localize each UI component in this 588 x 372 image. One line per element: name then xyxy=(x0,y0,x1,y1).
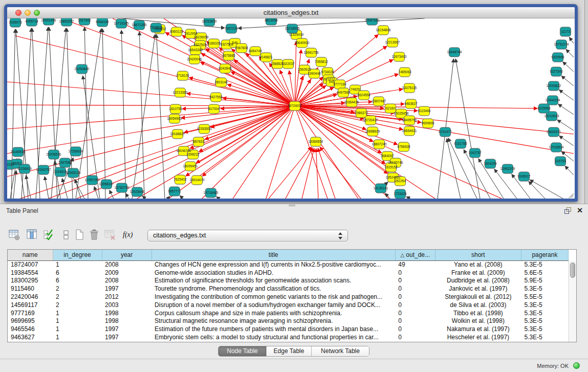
graph-edge[interactable] xyxy=(558,104,574,115)
close-icon[interactable]: ✕ xyxy=(577,206,583,214)
table-cell[interactable]: 0 xyxy=(395,293,435,301)
table-row[interactable]: 2242004622012Investigating the contribut… xyxy=(8,293,569,301)
table-cell[interactable]: Structural magnetic resonance image aver… xyxy=(151,317,395,325)
table-cell[interactable]: 1 xyxy=(53,333,102,341)
graph-edge[interactable] xyxy=(563,62,574,72)
table-cell[interactable]: 49 xyxy=(395,260,435,269)
column-header-out-de-[interactable]: △out_de... xyxy=(395,250,435,260)
float-window-icon[interactable] xyxy=(564,207,572,214)
table-cell[interactable]: 1997 xyxy=(102,285,151,293)
graph-edge[interactable] xyxy=(565,166,574,175)
graph-edge[interactable] xyxy=(20,106,295,199)
table-cell[interactable]: 2009 xyxy=(102,269,151,277)
table-cell[interactable]: Estimation of the future numbers of pati… xyxy=(151,325,395,333)
table-cell[interactable]: 5.3E-5 xyxy=(521,285,568,293)
table-cell[interactable]: 9777169 xyxy=(8,309,53,317)
window-zoom-button[interactable] xyxy=(34,10,40,16)
graph-edge[interactable] xyxy=(202,106,295,176)
table-cell[interactable]: 5.9E-5 xyxy=(521,277,568,285)
table-cell[interactable]: Franke et al. (2009) xyxy=(435,269,521,277)
table-cell[interactable]: 5.6E-5 xyxy=(521,269,568,277)
table-cell[interactable]: 2008 xyxy=(102,260,151,269)
column-header-in-degree[interactable]: in_degree xyxy=(53,250,102,260)
table-cell[interactable]: 2008 xyxy=(102,277,151,285)
table-row[interactable]: 1830029562008Estimation of significance … xyxy=(8,277,569,285)
table-cell[interactable]: 5.3E-5 xyxy=(521,301,568,309)
table-cell[interactable]: Jankovic et al. (1997) xyxy=(435,285,521,293)
graph-edge[interactable] xyxy=(566,49,574,57)
graph-edge[interactable] xyxy=(320,147,361,199)
graph-edge[interactable] xyxy=(62,179,68,199)
table-cell[interactable]: Tibbo et al. (1998) xyxy=(435,309,521,317)
table-cell[interactable]: 9115460 xyxy=(8,285,53,293)
graph-edge[interactable] xyxy=(94,186,98,199)
table-row[interactable]: 1872400712008Changes of HCN gene express… xyxy=(8,260,569,269)
table-cell[interactable]: 0 xyxy=(395,301,435,309)
table-cell[interactable]: 2012 xyxy=(102,293,151,301)
graph-edge[interactable] xyxy=(406,196,410,199)
column-header-year[interactable]: year xyxy=(102,250,151,260)
column-visibility-icon[interactable] xyxy=(26,229,38,241)
table-row[interactable]: 911546021997Tourette syndrome. Phenomeno… xyxy=(8,285,569,293)
table-row[interactable]: 946362711997Embryonic stem cells: a mode… xyxy=(8,333,569,341)
graph-edge[interactable] xyxy=(7,105,295,106)
table-cell[interactable]: 2003 xyxy=(102,301,151,309)
table-cell[interactable]: Hescheler et al. (1997) xyxy=(435,333,521,341)
table-cell[interactable]: Genome-wide association studies in ADHD. xyxy=(151,269,395,277)
table-scrollbar[interactable] xyxy=(569,261,576,342)
column-header-title[interactable]: title xyxy=(151,250,395,260)
table-cell[interactable]: 0 xyxy=(395,269,435,277)
table-cell[interactable]: 5.3E-5 xyxy=(521,260,568,269)
table-cell[interactable]: 5.3E-5 xyxy=(521,325,568,333)
graph-edge[interactable] xyxy=(561,76,574,86)
graph-edge[interactable] xyxy=(270,63,295,106)
table-row[interactable]: 946554611997Estimation of the future num… xyxy=(8,325,569,333)
table-cell[interactable]: 9699695 xyxy=(8,317,53,325)
table-cell[interactable]: Changes of HCN gene expression and I(f) … xyxy=(151,260,395,269)
tab-network-table[interactable]: Network Table xyxy=(312,346,369,356)
table-cell[interactable]: 19384554 xyxy=(8,269,53,277)
table-cell[interactable]: 0 xyxy=(395,309,435,317)
table-cell[interactable]: 9465546 xyxy=(8,325,53,333)
table-cell[interactable]: 5.3E-5 xyxy=(521,317,568,325)
table-cell[interactable]: 1 xyxy=(53,260,102,269)
graph-edge[interactable] xyxy=(45,177,49,199)
rows-icon[interactable] xyxy=(60,229,72,241)
row-selection-icon[interactable] xyxy=(43,229,55,241)
graph-edge[interactable] xyxy=(102,29,105,199)
table-cell[interactable]: Tourette syndrome. Phenomenology and cla… xyxy=(151,285,395,293)
table-cell[interactable]: 9463627 xyxy=(8,333,53,341)
table-row[interactable]: 1938455462009Genome-wide association stu… xyxy=(8,269,569,277)
table-cell[interactable]: 2 xyxy=(53,301,102,309)
graph-edge[interactable] xyxy=(7,106,295,129)
table-cell[interactable]: 0 xyxy=(395,285,435,293)
table-cell[interactable]: 0 xyxy=(395,325,435,333)
table-cell[interactable]: 14569117 xyxy=(8,301,53,309)
graph-edge[interactable] xyxy=(84,27,88,199)
table-row[interactable]: 977716911998Corpus callosum shape and si… xyxy=(8,309,569,317)
table-cell[interactable]: 2 xyxy=(53,293,102,301)
graph-edge[interactable] xyxy=(121,30,126,199)
table-cell[interactable]: Stergiakouli et al. (2012) xyxy=(435,293,521,301)
table-cell[interactable]: 1 xyxy=(53,317,102,325)
graph-edge[interactable] xyxy=(216,196,219,199)
graph-edge[interactable] xyxy=(7,106,295,154)
graph-edge[interactable] xyxy=(559,90,574,100)
table-cell[interactable]: 18724007 xyxy=(8,260,53,269)
function-builder-icon[interactable]: f(x) xyxy=(123,229,135,241)
column-header-pagerank[interactable]: pagerank xyxy=(521,250,568,260)
table-row[interactable]: 1456911722003Disruption of a novel membe… xyxy=(8,301,569,309)
table-cell[interactable]: 1 xyxy=(53,309,102,317)
table-cell[interactable]: de Silva et al. (2003) xyxy=(435,301,521,309)
window-minimize-button[interactable] xyxy=(25,10,31,16)
new-column-icon[interactable] xyxy=(73,229,85,241)
table-cell[interactable]: 1998 xyxy=(102,317,151,325)
network-table-selector[interactable]: citations_edges.txt xyxy=(147,230,348,242)
table-cell[interactable]: 18300295 xyxy=(8,277,53,285)
graph-edge[interactable] xyxy=(269,147,312,199)
delete-column-icon[interactable] xyxy=(88,229,100,241)
window-resize-grip[interactable] xyxy=(567,190,574,198)
table-row[interactable]: 969969511998Structural magnetic resonanc… xyxy=(8,317,569,325)
table-cell[interactable]: 22420046 xyxy=(8,293,53,301)
table-cell[interactable]: 6 xyxy=(53,277,102,285)
